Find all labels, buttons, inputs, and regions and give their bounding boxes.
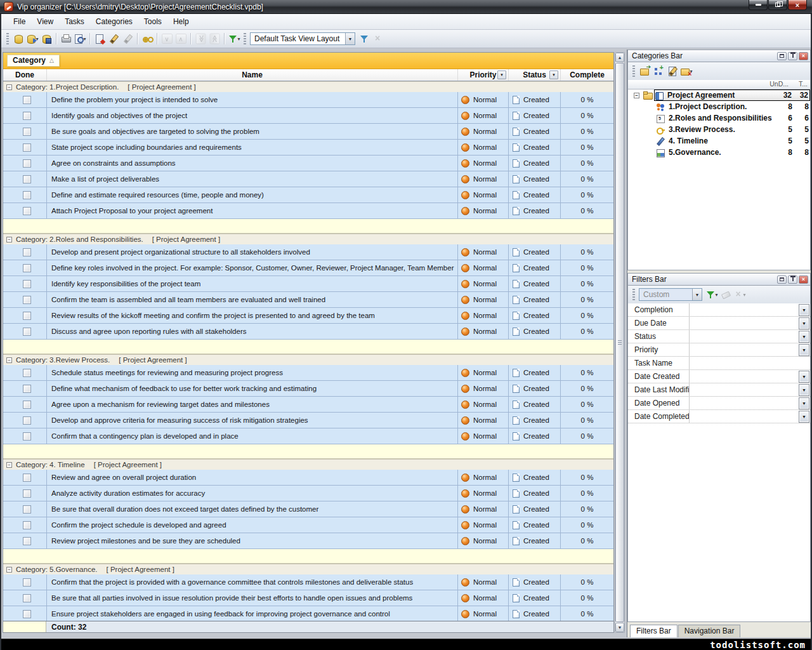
task-done-checkbox[interactable]: [23, 175, 31, 183]
filter-value-field[interactable]: [689, 343, 799, 356]
task-row[interactable]: Analyze activity duration estimates for …: [3, 486, 613, 501]
category-item-body[interactable]: 1.Project Description.88: [656, 101, 810, 112]
task-done-checkbox[interactable]: [23, 594, 31, 602]
close-panel-button[interactable]: ×: [799, 52, 808, 60]
collapse-group-icon[interactable]: −: [6, 567, 12, 573]
edit-category-button[interactable]: [665, 64, 679, 78]
toolbar-grip[interactable]: [632, 65, 635, 77]
task-done-checkbox[interactable]: [23, 296, 31, 304]
task-done-checkbox[interactable]: [23, 474, 31, 482]
new-database-button[interactable]: [11, 32, 25, 46]
toolbar-grip[interactable]: [632, 289, 635, 300]
category-item-body[interactable]: 5.Governance.88: [656, 147, 810, 158]
find-tasks-button[interactable]: [140, 32, 154, 46]
task-done-checkbox[interactable]: [23, 578, 31, 587]
print-button[interactable]: [59, 32, 73, 46]
task-row[interactable]: Identify key responsibilities of the pro…: [3, 276, 613, 292]
task-row[interactable]: Define the problem your project is inten…: [3, 92, 613, 108]
restore-button[interactable]: [768, 0, 787, 10]
filter-preset-combo[interactable]: Custom ▼: [639, 288, 702, 301]
category-group-header[interactable]: −Category: 1.Project Description.[ Proje…: [3, 81, 613, 92]
filter-value-field[interactable]: [689, 357, 810, 369]
new-task-button[interactable]: [93, 32, 107, 46]
category-item-body[interactable]: 2.Roles and Responsibilities66: [656, 112, 810, 124]
open-database-button[interactable]: ▾: [25, 32, 39, 46]
task-row[interactable]: Confirm the project schedule is develope…: [3, 517, 613, 533]
task-done-checkbox[interactable]: [23, 610, 31, 618]
task-row[interactable]: Identify goals and objectives of the pro…: [3, 108, 613, 124]
task-row[interactable]: Review and agree on overall project dura…: [3, 470, 613, 486]
category-group-header[interactable]: −Category: 4. Timeline[ Project Agreemen…: [3, 459, 613, 470]
filter-value-field[interactable]: [689, 303, 799, 316]
filter-dropdown-button[interactable]: ▼: [799, 397, 809, 409]
scrollbar-thumb[interactable]: [615, 63, 624, 622]
add-category-button[interactable]: [638, 64, 652, 78]
column-header-priority[interactable]: Priority ▼: [457, 69, 508, 81]
task-row[interactable]: Define and estimate required resources (…: [3, 187, 613, 203]
filter-value-field[interactable]: [689, 317, 799, 329]
filter-dropdown-button[interactable]: ▼: [799, 344, 809, 356]
task-done-checkbox[interactable]: [23, 432, 31, 441]
category-item-body[interactable]: Project Agreement3232: [654, 90, 810, 101]
filter-dropdown-button[interactable]: ▼: [799, 384, 809, 396]
task-done-checkbox[interactable]: [23, 112, 31, 120]
task-row[interactable]: Attach Project Proposal to your project …: [3, 203, 613, 219]
task-done-checkbox[interactable]: [23, 521, 31, 529]
group-by-category-button[interactable]: Category △: [7, 55, 60, 67]
task-row[interactable]: State project scope including boundaries…: [3, 140, 613, 156]
task-row[interactable]: Define what mechanism of feedback to use…: [3, 381, 613, 397]
filter-value-field[interactable]: [689, 330, 799, 343]
category-item-body[interactable]: 4. Timeline55: [656, 135, 810, 147]
category-tree-item[interactable]: 3.Review Process.55: [628, 124, 810, 135]
menu-tools[interactable]: Tools: [138, 15, 167, 28]
save-database-button[interactable]: [39, 32, 53, 46]
scroll-up-button[interactable]: ▲: [615, 53, 624, 62]
task-row[interactable]: Be sure goals and objectives are targete…: [3, 124, 613, 140]
menu-view[interactable]: View: [31, 15, 59, 28]
task-done-checkbox[interactable]: [23, 401, 31, 409]
title-bar[interactable]: Vip organizer [C:\Users\dmitry\Desktop\P…: [0, 0, 812, 14]
filter-dropdown-button[interactable]: ▼: [799, 411, 809, 423]
task-row[interactable]: Agree upon a mechanism for reviewing tar…: [3, 397, 613, 413]
filters-bar-title[interactable]: Filters Bar ×: [627, 273, 811, 286]
filter-dropdown-button[interactable]: ▼: [799, 317, 809, 329]
menu-help[interactable]: Help: [167, 15, 195, 28]
toolbar-grip[interactable]: [244, 33, 246, 44]
collapse-group-icon[interactable]: −: [6, 237, 12, 242]
categories-bar-title[interactable]: Categories Bar ×: [627, 50, 811, 62]
edit-task-button[interactable]: [107, 32, 121, 46]
collapse-tree-icon[interactable]: −: [634, 93, 639, 98]
task-done-checkbox[interactable]: [23, 207, 31, 215]
category-item-body[interactable]: 3.Review Process.55: [656, 124, 810, 135]
category-tree-item[interactable]: 2.Roles and Responsibilities66: [628, 112, 810, 124]
task-done-checkbox[interactable]: [23, 328, 31, 336]
column-header-done[interactable]: Done: [3, 69, 46, 81]
close-button[interactable]: ×: [788, 0, 807, 10]
category-tree-item[interactable]: −Project Agreement3232: [628, 90, 810, 101]
task-row[interactable]: Develop and approve criteria for measuri…: [3, 413, 613, 428]
column-header-name[interactable]: Name: [46, 69, 457, 81]
apply-filter-button[interactable]: ▾: [705, 288, 719, 302]
category-group-header[interactable]: −Category: 2.Roles and Responsibilities.…: [3, 234, 613, 244]
task-done-checkbox[interactable]: [23, 264, 31, 272]
task-row[interactable]: Be sure that overall duration does not e…: [3, 501, 613, 517]
status-filter-dropdown[interactable]: ▼: [549, 70, 558, 79]
task-done-checkbox[interactable]: [23, 159, 31, 168]
column-header-complete[interactable]: Complete: [560, 69, 613, 81]
priority-filter-dropdown[interactable]: ▼: [497, 70, 506, 79]
task-done-checkbox[interactable]: [23, 280, 31, 288]
tab-filters-bar[interactable]: Filters Bar: [630, 625, 678, 637]
task-done-checkbox[interactable]: [23, 489, 31, 498]
task-done-checkbox[interactable]: [23, 96, 31, 104]
add-subcategory-button[interactable]: [652, 64, 665, 78]
restore-panel-button[interactable]: [777, 52, 787, 60]
task-done-checkbox[interactable]: [23, 537, 31, 545]
category-group-header[interactable]: −Category: 5.Governance.[ Project Agreem…: [3, 564, 613, 574]
vertical-scrollbar[interactable]: ▲ ▼: [615, 52, 625, 633]
task-done-checkbox[interactable]: [23, 143, 31, 152]
menu-tasks[interactable]: Tasks: [59, 15, 90, 28]
category-tree-item[interactable]: 4. Timeline55: [628, 135, 810, 147]
column-undone[interactable]: UnD...: [769, 80, 789, 89]
task-row[interactable]: Define key roles involved in the project…: [3, 260, 613, 276]
category-group-header[interactable]: −Category: 3.Review Process.[ Project Ag…: [3, 354, 613, 365]
